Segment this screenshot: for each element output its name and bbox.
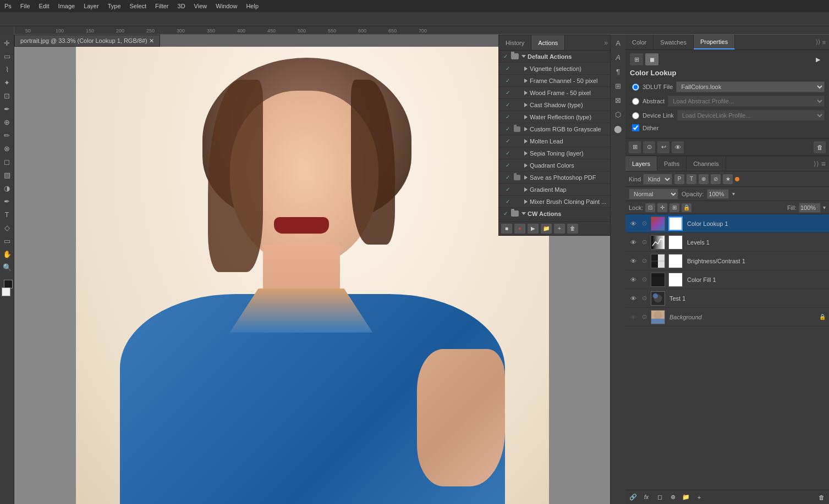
filter-icon-5[interactable]: ★ [723, 174, 733, 184]
props-btn-4[interactable]: 👁 [672, 141, 684, 153]
healing-tool[interactable]: ⊕ [1, 116, 13, 128]
action-item-sepia-toning[interactable]: ✓ Sepia Toning (layer) [499, 147, 610, 159]
eyedropper-tool[interactable]: ✒ [1, 103, 13, 115]
expand-arrow-icon[interactable]: ⟩⟩ [816, 38, 820, 46]
magic-wand-tool[interactable]: ✦ [1, 76, 13, 88]
menu-edit[interactable]: Edit [39, 3, 50, 9]
lock-all-btn[interactable]: 🔒 [682, 203, 691, 212]
action-item-molten-lead[interactable]: ✓ Molten Lead [499, 135, 610, 147]
layers-delete-btn[interactable]: 🗑 [816, 492, 827, 502]
blend-mode-select[interactable]: Normal [629, 189, 678, 200]
menu-help[interactable]: Help [246, 3, 259, 9]
action-item-save-pdf[interactable]: ✓ Save as Photoshop PDF [499, 171, 610, 184]
lock-move-btn[interactable]: ✛ [657, 203, 667, 212]
cw-actions-group[interactable]: ✓ CW Actions [499, 208, 610, 220]
opacity-input[interactable] [707, 189, 729, 199]
action-item-gradient-map[interactable]: ✓ Gradient Map [499, 184, 610, 196]
tab-channels[interactable]: Channels [687, 156, 726, 171]
action-item-vignette[interactable]: ✓ Vignette (selection) [499, 63, 610, 75]
tab-paths[interactable]: Paths [657, 156, 687, 171]
fill-chevron[interactable]: ▾ [823, 204, 826, 211]
fill-input[interactable] [799, 203, 821, 213]
filter-icon-1[interactable]: P [674, 174, 684, 184]
new-action-button[interactable]: + [554, 224, 565, 234]
document-tab[interactable]: portrait.jpg @ 33.3% (Color Lookup 1, RG… [14, 35, 160, 47]
move-tool[interactable]: ✛ [1, 37, 13, 49]
menu-view[interactable]: View [194, 3, 207, 9]
menu-filter[interactable]: Filter [155, 3, 168, 9]
layers-menu-icon[interactable]: ≡ [821, 159, 826, 168]
menu-type[interactable]: Type [108, 3, 121, 9]
layer-visibility-background[interactable]: 👁 [629, 314, 638, 320]
props-grid-icon[interactable]: ⊞ [630, 53, 643, 65]
eraser-tool[interactable]: ◻ [1, 156, 13, 168]
filter-icon-4[interactable]: ⊘ [711, 174, 721, 184]
tab-color[interactable]: Color [625, 35, 654, 49]
sidebar-icon-2[interactable]: A [612, 51, 624, 63]
layer-color-fill-1[interactable]: 👁 ⊙ Color Fill 1 [625, 270, 829, 289]
clone-tool[interactable]: ⊗ [1, 142, 13, 154]
action-item-water-reflection[interactable]: ✓ Water Reflection (type) [499, 111, 610, 123]
layers-new-btn[interactable]: + [694, 492, 705, 502]
lut-3d-select[interactable]: FallColors.look [676, 81, 825, 92]
lock-pixels-btn[interactable]: ⊡ [645, 203, 655, 212]
shape-tool[interactable]: ▭ [1, 235, 13, 247]
action-item-cast-shadow[interactable]: ✓ Cast Shadow (type) [499, 99, 610, 111]
props-btn-delete[interactable]: 🗑 [814, 141, 826, 153]
tab-actions[interactable]: Actions [531, 35, 565, 50]
layer-visibility-test1[interactable]: 👁 [629, 295, 638, 302]
dodge-tool[interactable]: ◑ [1, 182, 13, 194]
layer-visibility-color-lookup[interactable]: 👁 [629, 220, 638, 227]
menu-file[interactable]: File [20, 3, 30, 9]
layer-color-lookup-1[interactable]: 👁 ⊙ [625, 214, 829, 233]
device-link-radio[interactable] [632, 112, 639, 119]
actions-expand-icon[interactable]: » [604, 39, 608, 47]
lut-3d-radio[interactable] [632, 84, 639, 91]
foreground-background-colors[interactable] [3, 279, 12, 297]
opacity-chevron[interactable]: ▾ [732, 191, 735, 197]
tab-history[interactable]: History [499, 35, 531, 50]
action-item-frame-channel[interactable]: ✓ Frame Channel - 50 pixel [499, 75, 610, 87]
sidebar-icon-6[interactable]: ⬡ [612, 108, 624, 120]
menu-window[interactable]: Window [216, 3, 237, 9]
props-btn-2[interactable]: ⊙ [643, 141, 655, 153]
layers-expand-icon[interactable]: ⟩⟩ [814, 160, 819, 168]
layer-visibility-brightness[interactable]: 👁 [629, 258, 638, 264]
zoom-tool[interactable]: 🔍 [1, 261, 13, 273]
layer-brightness-contrast[interactable]: 👁 ⊙ Brightness/Contrast 1 [625, 252, 829, 270]
pen-tool[interactable]: ✒ [1, 195, 13, 207]
menu-select[interactable]: Select [130, 3, 147, 9]
device-link-select[interactable]: Load DeviceLink Profile... [677, 110, 825, 121]
background-color[interactable] [2, 287, 10, 296]
hand-tool[interactable]: ✋ [1, 248, 13, 260]
layer-visibility-color-fill[interactable]: 👁 [629, 276, 638, 283]
panel-menu-icon[interactable]: ≡ [822, 39, 826, 46]
sidebar-icon-7[interactable]: ⬤ [612, 123, 624, 135]
path-tool[interactable]: ◇ [1, 221, 13, 234]
layer-background[interactable]: 👁 ⊙ Background 🔒 [625, 308, 829, 326]
action-item-wood-frame[interactable]: ✓ Wood Frame - 50 pixel [499, 87, 610, 99]
tab-swatches[interactable]: Swatches [654, 35, 694, 49]
sidebar-icon-3[interactable]: ¶ [612, 65, 624, 77]
sidebar-icon-1[interactable]: A [612, 37, 624, 49]
props-circle-icon[interactable]: ◼ [645, 53, 658, 65]
lasso-tool[interactable]: ⌇ [1, 63, 13, 75]
abstract-select[interactable]: Load Abstract Profile... [668, 96, 825, 107]
lock-artboard-btn[interactable]: ⊞ [669, 203, 679, 212]
abstract-radio[interactable] [632, 98, 639, 105]
app-logo[interactable]: Ps [4, 3, 12, 9]
gradient-tool[interactable]: ▧ [1, 169, 13, 181]
sidebar-icon-5[interactable]: ⊠ [612, 94, 624, 106]
layers-link-btn[interactable]: 🔗 [628, 492, 639, 502]
crop-tool[interactable]: ⊡ [1, 90, 13, 102]
menu-3d[interactable]: 3D [178, 3, 185, 9]
delete-action-button[interactable]: 🗑 [567, 224, 578, 234]
play-button[interactable]: ▶ [528, 224, 539, 234]
props-play-icon[interactable]: ▶ [811, 53, 825, 65]
tab-properties[interactable]: Properties [694, 35, 735, 49]
default-actions-group[interactable]: ✓ Default Actions [499, 51, 610, 63]
layer-test-1[interactable]: 👁 ⊙ Test 1 [625, 289, 829, 308]
marquee-tool[interactable]: ▭ [1, 50, 13, 62]
props-btn-1[interactable]: ⊞ [629, 141, 641, 153]
record-button[interactable]: ● [514, 224, 525, 234]
